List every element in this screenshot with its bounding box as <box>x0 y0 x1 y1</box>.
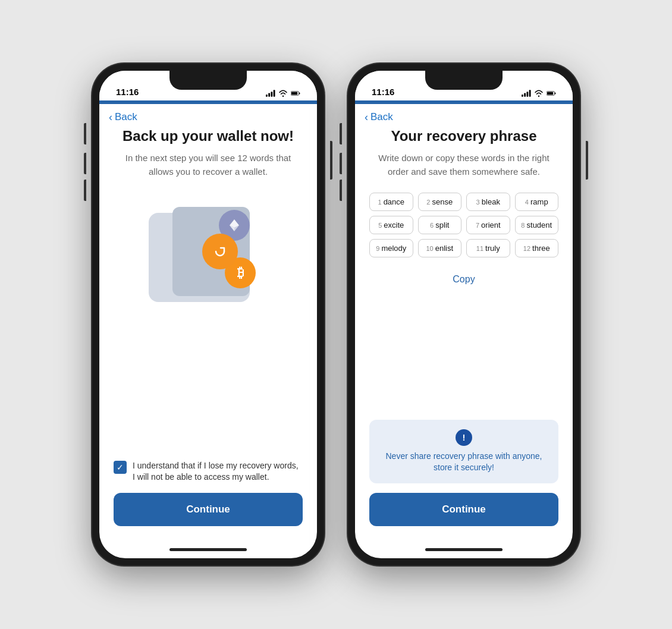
status-time-1: 11:16 <box>116 87 139 97</box>
status-time-2: 11:16 <box>372 87 394 97</box>
back-label-2: Back <box>370 111 393 123</box>
phrase-word: 11 truly <box>466 239 510 257</box>
status-bar-1: 11:16 <box>99 71 317 100</box>
checkbox-row[interactable]: ✓ I understand that if I lose my recover… <box>114 460 303 483</box>
checkbox-label: I understand that if I lose my recovery … <box>133 460 303 483</box>
svg-rect-3 <box>274 90 275 96</box>
continue-button-2[interactable]: Continue <box>369 493 558 526</box>
home-bar-2 <box>425 548 503 551</box>
battery-icon-2 <box>547 90 556 97</box>
phrase-word: 12 three <box>515 239 559 257</box>
phrase-word: 3 bleak <box>466 193 510 211</box>
svg-rect-0 <box>266 95 268 97</box>
svg-rect-5 <box>299 92 300 94</box>
home-bar-1 <box>169 548 247 551</box>
home-indicator-2 <box>355 540 573 558</box>
svg-rect-10 <box>522 95 523 97</box>
phrase-word: 1 dance <box>369 193 413 211</box>
svg-rect-12 <box>526 92 528 96</box>
back-button-2[interactable]: ‹ Back <box>355 104 573 128</box>
svg-rect-2 <box>271 92 272 96</box>
wifi-icon-2 <box>534 90 544 97</box>
back-label-1: Back <box>115 111 137 123</box>
continue-button-1[interactable]: Continue <box>114 493 303 526</box>
screen2-content: Your recovery phrase Write down or copy … <box>355 128 573 540</box>
notch-1 <box>169 71 247 90</box>
back-chevron-icon-1: ‹ <box>109 112 112 122</box>
screen2-subtitle: Write down or copy these words in the ri… <box>369 152 558 178</box>
phrase-word: 8 student <box>515 216 559 234</box>
phrase-word: 6 split <box>418 216 462 234</box>
phone-1: 11:16 <box>92 64 324 565</box>
battery-icon <box>291 90 300 97</box>
svg-rect-13 <box>529 90 531 96</box>
svg-rect-15 <box>555 92 555 94</box>
status-icons-2 <box>522 90 556 97</box>
phone-2: 11:16 <box>348 64 580 565</box>
signal-icon <box>266 90 275 97</box>
checkbox[interactable]: ✓ <box>114 461 127 474</box>
wifi-icon <box>278 90 288 97</box>
phrase-word: 7 orient <box>466 216 510 234</box>
screen1-subtitle: In the next step you will see 12 words t… <box>114 152 303 178</box>
home-indicator-1 <box>99 540 317 558</box>
svg-rect-11 <box>524 93 526 97</box>
back-button-1[interactable]: ‹ Back <box>99 104 317 128</box>
phrase-word: 5 excite <box>369 216 413 234</box>
screen1-title: Back up your wallet now! <box>114 128 303 144</box>
warning-text: Never share recovery phrase with anyone,… <box>379 451 549 474</box>
notch-2 <box>425 71 503 90</box>
screen1-content: Back up your wallet now! In the next ste… <box>99 128 317 540</box>
phrase-word: 10 enlist <box>418 239 462 257</box>
signal-icon-2 <box>522 90 531 97</box>
phrase-word: 4 ramp <box>515 193 559 211</box>
phrase-grid: 1 dance2 sense3 bleak4 ramp5 excite6 spl… <box>369 193 558 257</box>
svg-rect-16 <box>547 92 553 95</box>
status-icons-1 <box>266 90 300 97</box>
warning-icon: ! <box>456 429 472 446</box>
phones-container: 11:16 <box>92 64 580 565</box>
wallet-illustration: ₿ <box>114 190 303 319</box>
vault-container: ₿ <box>149 201 268 308</box>
svg-rect-1 <box>268 93 270 97</box>
screen2-title: Your recovery phrase <box>369 128 558 144</box>
status-bar-2: 11:16 <box>355 71 573 100</box>
phrase-word: 9 melody <box>369 239 413 257</box>
back-chevron-icon-2: ‹ <box>365 112 368 122</box>
phrase-word: 2 sense <box>418 193 462 211</box>
svg-rect-6 <box>291 92 297 95</box>
copy-button[interactable]: Copy <box>369 267 558 292</box>
warning-box: ! Never share recovery phrase with anyon… <box>369 420 558 483</box>
